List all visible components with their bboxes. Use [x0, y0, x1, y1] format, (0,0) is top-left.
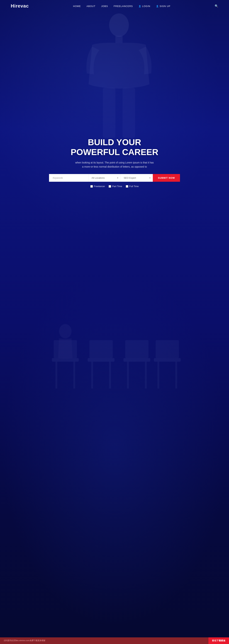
login-icon: 👤 — [138, 5, 141, 8]
svg-rect-14 — [127, 362, 129, 388]
nav-item-login[interactable]: 👤LOGIN — [138, 4, 150, 8]
nav-link-jobs[interactable]: JOBS — [101, 5, 108, 8]
location-select-wrapper: All Locations New York Los Angeles Chica… — [88, 174, 121, 182]
bottom-notification: 访问面鸟社区bbs.xienivo.com免费下载更多模板 前往下载模板 — [0, 638, 229, 644]
filter-full-time[interactable]: Full Time — [126, 185, 139, 188]
nav-link-home[interactable]: HOME — [73, 5, 81, 8]
svg-rect-13 — [125, 340, 149, 358]
navbar: Hirevac HOME ABOUT JOBS FREELANCERS 👤LOG… — [0, 0, 229, 12]
bottom-notification-text: 访问面鸟社区bbs.xienivo.com免费下载更多模板 — [0, 638, 209, 644]
nav-link-signup[interactable]: 👤SIGN UP — [156, 5, 170, 8]
svg-rect-15 — [145, 362, 147, 388]
freelancer-checkbox[interactable] — [90, 185, 93, 188]
brand-logo[interactable]: Hirevac — [11, 3, 29, 9]
svg-rect-19 — [175, 362, 177, 388]
svg-rect-18 — [157, 362, 159, 388]
hero-content: BUILD YOUR POWERFUL CAREER when looking … — [0, 12, 229, 188]
chair-silhouette — [43, 286, 186, 466]
svg-rect-8 — [88, 358, 114, 362]
svg-rect-9 — [89, 340, 113, 358]
filter-checkboxes: Freelancer Part Time Full Time — [90, 185, 139, 188]
svg-rect-17 — [156, 340, 179, 358]
bottom-notification-button[interactable]: 前往下载模板 — [209, 638, 229, 644]
nav-item-signup[interactable]: 👤SIGN UP — [156, 4, 170, 8]
category-select[interactable]: SEO Expert Web Designer Developer Market… — [121, 174, 153, 182]
part-time-checkbox[interactable] — [109, 185, 111, 188]
search-keywords-input[interactable] — [49, 174, 88, 182]
nav-item-jobs[interactable]: JOBS — [101, 4, 108, 8]
svg-rect-11 — [109, 362, 111, 388]
nav-link-about[interactable]: ABOUT — [87, 5, 96, 8]
hero-subtitle: when looking at its layout. The point of… — [74, 160, 155, 169]
nav-item-home[interactable]: HOME — [73, 4, 81, 8]
svg-rect-10 — [91, 362, 93, 388]
svg-rect-4 — [52, 358, 79, 362]
svg-rect-7 — [73, 362, 75, 388]
search-bar: All Locations New York Los Angeles Chica… — [49, 174, 180, 182]
search-icon[interactable]: 🔍 — [215, 4, 218, 8]
signup-icon: 👤 — [156, 5, 159, 8]
location-select[interactable]: All Locations New York Los Angeles Chica… — [88, 174, 121, 182]
category-select-wrapper: SEO Expert Web Designer Developer Market… — [121, 174, 153, 182]
svg-rect-6 — [55, 362, 57, 388]
nav-item-freelancers[interactable]: FREELANCERS — [114, 4, 133, 8]
svg-rect-16 — [154, 358, 181, 362]
nav-link-login[interactable]: 👤LOGIN — [138, 5, 150, 8]
svg-point-20 — [59, 324, 72, 338]
filter-freelancer[interactable]: Freelancer — [90, 185, 105, 188]
svg-rect-12 — [123, 358, 150, 362]
nav-link-freelancers[interactable]: FREELANCERS — [114, 5, 133, 8]
nav-links: HOME ABOUT JOBS FREELANCERS 👤LOGIN 👤SIGN… — [73, 4, 171, 8]
hero-section: Hirevac HOME ABOUT JOBS FREELANCERS 👤LOG… — [0, 0, 229, 644]
hero-title: BUILD YOUR POWERFUL CAREER — [71, 137, 158, 157]
nav-item-about[interactable]: ABOUT — [87, 4, 96, 8]
full-time-checkbox[interactable] — [126, 185, 128, 188]
filter-part-time[interactable]: Part Time — [109, 185, 122, 188]
submit-button[interactable]: SUBMIT NOW — [153, 174, 180, 182]
